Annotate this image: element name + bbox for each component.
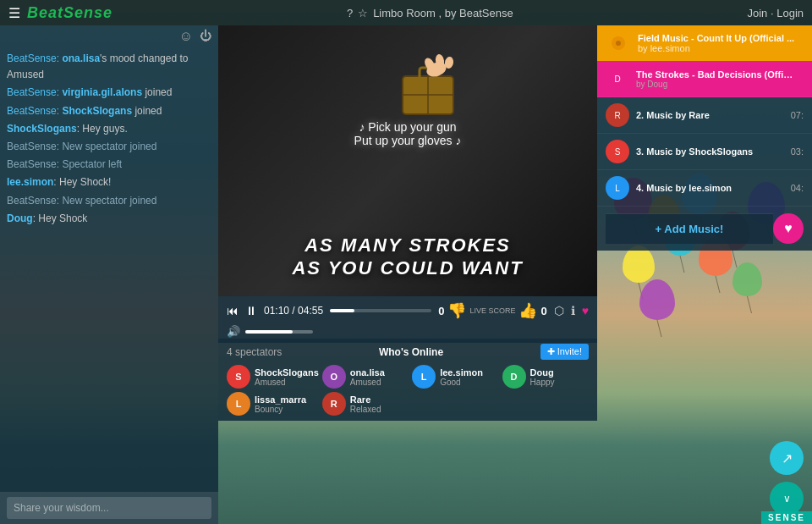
invite-button[interactable]: ✚ Invite! [540,344,589,360]
chat-message: BeatSense: ShockSlogans joined [7,103,211,119]
chat-message: ShockSlogans: Hey guys. [7,121,211,137]
share-button[interactable]: ⬡ [554,304,564,317]
chat-messages: BeatSense: ona.lisa's mood changed to Am… [0,47,218,492]
np-avatar [606,30,631,56]
join-link[interactable]: Join [747,7,767,19]
share-circle-button[interactable]: ↗ [770,441,804,475]
queue-thumb: L [606,176,629,200]
svg-line-18 [748,296,752,313]
skip-back-button[interactable]: ⏮ [227,304,239,317]
user-card[interactable]: L lissa_marra Bouncy [227,392,319,416]
queue-title: 2. Music by Rare [636,110,784,120]
queue-title: The Strokes - Bad Decisions (Official Vi… [636,69,797,80]
user-card[interactable]: O ona.lisa Amused [322,365,409,389]
emoji-icon[interactable]: ☺ [179,29,193,44]
user-name: Rare [350,394,381,405]
queue-item[interactable]: D The Strokes - Bad Decisions (Official … [597,61,812,97]
queue-item[interactable]: R 2. Music by Rare 07: [597,97,812,134]
sense-label: SENSE [761,511,812,524]
chat-input[interactable] [7,497,211,519]
power-icon[interactable]: ⏻ [200,29,211,44]
now-playing-bar: Field Music - Count It Up (Official ... … [597,25,812,61]
spectators-panel: 4 spectators Who's Online ✚ Invite! S Sh… [218,339,597,421]
controls-row1: ⏮ ⏸ 01:10 / 04:55 0 👎 LIVE SCORE 👍 0 ⬡ ℹ… [227,301,589,320]
queue-text: 2. Music by Rare [636,110,784,120]
queue-thumb: S [606,140,629,163]
queue-thumb: R [606,103,629,127]
chat-message: lee.simon: Hey Shock! [7,174,211,190]
player-controls: ⏮ ⏸ 01:10 / 04:55 0 👎 LIVE SCORE 👍 0 ⬡ ℹ… [218,296,597,343]
login-link[interactable]: Login [776,7,804,19]
queue-title: 4. Music by lee.simon [636,183,784,193]
queue-thumb: D [606,67,629,91]
user-info: Rare Relaxed [350,394,381,414]
right-panel: Field Music - Count It Up (Official ... … [597,25,812,251]
vote-section: 0 👎 LIVE SCORE 👍 0 [438,301,547,320]
user-mood: Good [440,378,483,387]
user-mood: Happy [530,378,555,387]
chat-input-area [0,492,218,524]
header: ☰ BeatSense ? ☆ Limbo Room , by BeatSens… [0,0,812,25]
bottom-right-buttons: ↗ ∨ [770,441,804,516]
user-card[interactable]: R Rare Relaxed [322,392,409,416]
volume-icon: 🔊 [227,325,240,338]
progress-bar[interactable] [330,309,431,312]
queue-time: 07: [791,110,804,120]
queue-text: 3. Music by ShockSlogans [636,146,784,157]
chat-message: BeatSense: ona.lisa's mood changed to Am… [7,51,211,83]
svg-line-13 [732,251,737,268]
info-button[interactable]: ℹ [571,304,575,317]
dislike-count: 0 [438,305,444,317]
chat-panel: ☺ ⏻ BeatSense: ona.lisa's mood changed t… [0,25,218,524]
user-mood: Bouncy [255,405,306,414]
controls-row2: 🔊 [227,325,589,338]
video-hand-visual [377,42,479,127]
user-name: lissa_marra [255,394,306,405]
user-card[interactable]: D Doug Happy [502,365,589,389]
star-icon[interactable]: ☆ [358,7,368,19]
user-info: lee.simon Good [440,367,483,387]
volume-bar[interactable] [245,330,313,334]
balloon [623,245,655,283]
hamburger-icon[interactable]: ☰ [8,5,20,21]
user-info: ShockSlogans Amused [255,367,319,387]
users-grid: S ShockSlogans Amused O ona.lisa Amused … [227,365,589,416]
logo: BeatSense [27,4,112,22]
queue-item[interactable]: L 4. Music by lee.simon 04: [597,170,812,207]
queue-by: by Doug [636,80,797,89]
queue-item[interactable]: S 3. Music by ShockSlogans 03: [597,134,812,170]
favorite-button[interactable]: ♥ [773,213,804,244]
queue-title: 3. Music by ShockSlogans [636,146,784,157]
svg-line-19 [657,320,661,337]
user-mood: Amused [350,378,385,387]
video-container: ♪ Pick up your gun Put up your gloves ♪ … [218,25,597,296]
add-music-button[interactable]: + Add Music! [606,213,773,244]
room-info: ? ☆ Limbo Room , by BeatSense [347,7,513,19]
progress-fill [330,309,354,312]
play-pause-button[interactable]: ⏸ [245,304,257,317]
heart-button[interactable]: ♥ [582,304,589,317]
dislike-button[interactable]: 👎 [447,301,466,320]
user-avatar: O [322,365,346,389]
user-card[interactable]: L lee.simon Good [412,365,498,389]
queue-list: D The Strokes - Bad Decisions (Official … [597,61,812,207]
queue-text: The Strokes - Bad Decisions (Official Vi… [636,69,797,89]
auth-links: Join · Login [747,7,804,19]
queue-time: 03: [791,146,804,157]
spec-header: 4 spectators Who's Online ✚ Invite! [227,344,589,360]
chat-toolbar: ☺ ⏻ [0,25,218,47]
user-info: lissa_marra Bouncy [255,394,306,414]
user-info: Doug Happy [530,367,555,387]
balloon [732,262,762,296]
user-card[interactable]: S ShockSlogans Amused [227,365,319,389]
queue-time: 04: [791,183,804,193]
chat-message: BeatSense: virginia.gil.alons joined [7,85,211,101]
svg-point-9 [616,41,621,46]
balloon [639,279,675,320]
user-avatar: L [227,392,250,416]
help-icon[interactable]: ? [347,7,353,19]
user-avatar: L [412,365,436,389]
expand-button[interactable]: ∨ [770,482,804,516]
like-button[interactable]: 👍 [518,301,537,320]
video-big-text: AS MANY STROKES AS YOU COULD WANT [292,234,523,279]
